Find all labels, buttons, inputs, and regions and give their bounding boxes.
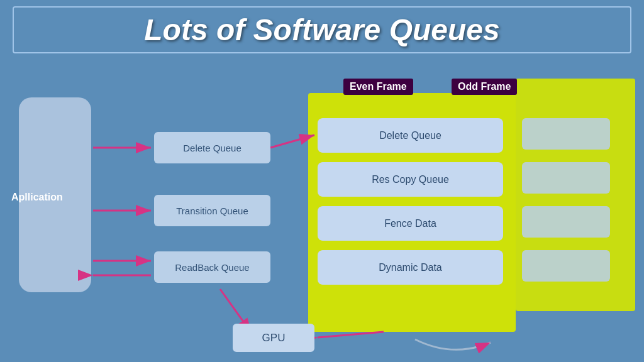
left-transition-queue: Transition Queue — [154, 195, 270, 226]
even-frame-label: Even Frame — [343, 79, 413, 95]
odd-frame-bg — [516, 79, 635, 311]
even-dynamic-data: Dynamic Data — [318, 250, 503, 285]
even-res-copy-queue: Res Copy Queue — [318, 162, 503, 197]
even-delete-queue: Delete Queue — [318, 118, 503, 153]
odd-inner-3 — [522, 206, 610, 238]
even-fence-data: Fence Data — [318, 206, 503, 241]
left-delete-queue: Delete Queue — [154, 132, 270, 163]
title-bar: Lots of Software Queues — [13, 6, 631, 53]
page-title: Lots of Software Queues — [144, 13, 499, 47]
application-label: Apllication — [11, 192, 63, 203]
svg-line-8 — [318, 332, 384, 337]
odd-inner-2 — [522, 162, 610, 194]
gpu-box: GPU — [233, 324, 314, 352]
odd-inner-1 — [522, 118, 610, 150]
odd-inner-4 — [522, 250, 610, 282]
left-readback-queue: ReadBack Queue — [154, 251, 270, 283]
odd-frame-label: Odd Frame — [452, 79, 517, 95]
